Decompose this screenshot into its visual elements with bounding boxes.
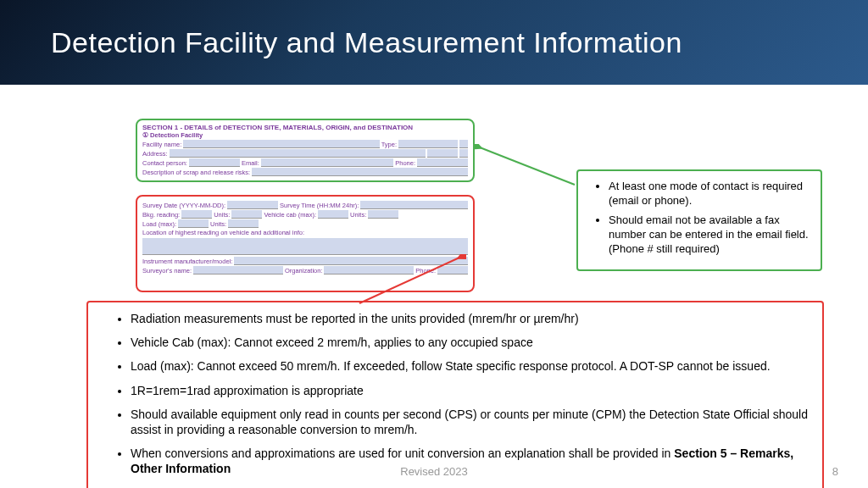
form-subsection: ① Detection Facility <box>142 131 203 139</box>
field-org <box>324 266 414 274</box>
field-desc <box>252 168 468 176</box>
form-detection-facility: SECTION 1 - DETAILS of DETECTION SITE, M… <box>136 119 475 182</box>
label-phone2: Phone: <box>415 267 436 274</box>
label-bkg: Bkg. reading: <box>142 211 180 219</box>
green-note-0: At least one mode of contact is required… <box>609 180 815 208</box>
field-load <box>178 219 209 228</box>
red-note-5: When conversions and approximations are … <box>131 446 817 476</box>
field-facility <box>183 140 379 148</box>
label-email: Email: <box>242 159 259 167</box>
red-note-4: Should available equipment only read in … <box>131 407 817 437</box>
label-instrument: Instrument manufacturer/model: <box>142 258 232 265</box>
label-surveyor: Surveyor's name: <box>142 267 192 274</box>
field-address2 <box>427 149 458 158</box>
label-org: Organization: <box>285 267 323 274</box>
field-address3 <box>459 149 468 158</box>
arrow-green-icon <box>475 144 576 186</box>
label-contact: Contact person: <box>142 159 187 167</box>
svg-line-0 <box>480 147 575 185</box>
field-units3 <box>228 219 259 228</box>
label-survey-date: Survey Date (YYYY-MM-DD): <box>142 202 225 209</box>
field-type-ext <box>459 140 468 148</box>
label-facility: Facility name: <box>142 141 181 148</box>
callout-measurement-notes: Radiation measurements must be reported … <box>86 301 824 488</box>
form-section-title: SECTION 1 - DETAILS of DETECTION SITE, M… <box>142 124 468 131</box>
field-units2 <box>368 210 398 219</box>
form-measurements: Survey Date (YYYY-MM-DD): Survey Time (H… <box>136 195 475 292</box>
label-address: Address: <box>142 150 168 158</box>
red-note-2: Load (max): Cannot exceed 50 mrem/h. If … <box>131 358 817 374</box>
field-phone2 <box>437 266 468 274</box>
label-phone: Phone: <box>395 159 415 167</box>
field-location <box>142 238 468 255</box>
field-contact <box>189 158 240 167</box>
label-desc: Description of scrap and release risks: <box>142 169 250 176</box>
field-vehicle <box>318 210 348 219</box>
slide-content: SECTION 1 - DETAILS of DETECTION SITE, M… <box>0 85 868 488</box>
label-type: Type: <box>381 141 397 148</box>
label-units1: Units: <box>214 211 230 219</box>
label-survey-time: Survey Time (HH:MM 24hr): <box>280 202 359 209</box>
footer-page-number: 8 <box>832 465 838 478</box>
field-time <box>360 201 468 209</box>
slide-title: Detection Facility and Measurement Infor… <box>51 26 682 59</box>
red-note-1: Vehicle Cab (max): Cannot exceed 2 mrem/… <box>131 335 817 350</box>
field-bkg <box>181 210 212 219</box>
label-units2: Units: <box>350 211 366 219</box>
red-note-0: Radiation measurements must be reported … <box>131 311 817 326</box>
field-date <box>227 201 278 209</box>
green-note-1: Should email not be available a fax numb… <box>609 214 815 257</box>
label-location: Location of highest reading on vehicle a… <box>142 229 468 236</box>
footer-revised: Revised 2023 <box>400 465 468 478</box>
label-load: Load (max): <box>142 220 176 228</box>
label-vehicle: Vehicle cab (max): <box>264 211 316 219</box>
field-type <box>398 140 458 148</box>
label-units3: Units: <box>210 220 226 228</box>
red-note-3: 1R=1rem=1rad approximation is appropriat… <box>131 383 817 398</box>
callout-contact-notes: At least one mode of contact is required… <box>576 169 822 271</box>
field-surveyor <box>193 266 283 274</box>
slide-header: Detection Facility and Measurement Infor… <box>0 0 868 85</box>
field-instrument <box>234 257 468 265</box>
field-address <box>170 149 426 158</box>
field-phone <box>417 158 468 167</box>
field-units1 <box>231 210 262 219</box>
field-email <box>261 158 393 167</box>
